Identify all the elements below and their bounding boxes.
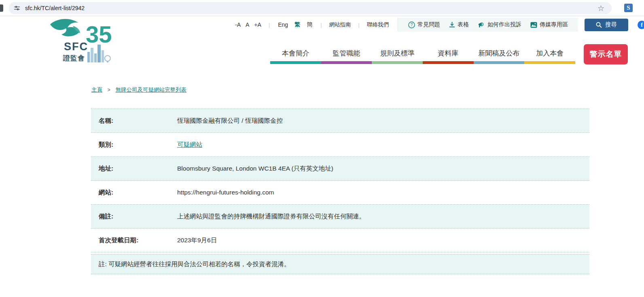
table-row-website: 網站: https://hengrui-futures-holding.com: [91, 181, 589, 205]
logo-35th-anniversary: 35: [86, 23, 112, 46]
nav-about-sfc[interactable]: 本會簡介: [270, 45, 321, 61]
row-label: 名稱:: [91, 117, 177, 125]
contact-us-link[interactable]: 聯絡我們: [367, 21, 389, 28]
table-row-remarks: 備註: 上述網站與證監會的持牌機構財通國際證券有限公司沒有任何關連。: [91, 205, 589, 229]
row-label: 首次登載日期:: [91, 236, 177, 245]
url-bar[interactable]: sfc.hk/TC/alert-list/2942 ☆: [9, 2, 612, 14]
alert-list-button[interactable]: 警示名單: [584, 44, 628, 64]
sfc-logo[interactable]: SFC 證監會 35: [45, 17, 114, 62]
alert-detail-table: 名稱: 恆瑞國際金融有限公司 / 恆瑞國際金控 類別: 可疑網站 地址: Blo…: [91, 109, 589, 274]
divider: |: [358, 22, 360, 28]
divider: |: [320, 22, 322, 28]
row-label: 網站:: [91, 188, 177, 197]
row-value: https://hengrui-futures-holding.com: [177, 189, 274, 196]
table-row-category: 類別: 可疑網站: [91, 133, 589, 157]
lang-english[interactable]: Eng: [278, 21, 288, 28]
nav-color-bar: [270, 61, 575, 64]
complaints-link[interactable]: 如何作出投訴: [478, 21, 521, 28]
font-larger-button[interactable]: +A: [254, 21, 261, 28]
search-icon: [596, 22, 602, 28]
note-row: 註: 可疑網站經營者往往採用與合法公司相若的名稱，令投資者混淆。: [91, 254, 589, 274]
logo-skyline-icon: [87, 45, 112, 62]
media-corner-link[interactable]: 傳媒專用區: [530, 21, 568, 28]
main-navigation: 本會簡介 監管職能 規則及標準 資料庫 新聞稿及公布 加入本會: [270, 45, 575, 61]
logo-sfc-text: SFC: [64, 41, 88, 53]
logo-chinese-text: 證監會: [63, 53, 85, 63]
row-label: 備註:: [91, 212, 177, 221]
breadcrumb-separator: >: [108, 87, 110, 93]
breadcrumb-alert-list-link[interactable]: 無牌公司及可疑網站完整列表: [116, 87, 187, 93]
forms-link[interactable]: 表格: [449, 21, 469, 28]
breadcrumb: 主頁 > 無牌公司及可疑網站完整列表: [91, 86, 186, 94]
browser-extension-icon[interactable]: S: [624, 4, 633, 12]
table-row-first-posted-date: 首次登載日期: 2023年9月6日: [91, 229, 589, 252]
font-normal-button[interactable]: A: [246, 21, 249, 28]
download-icon: [449, 21, 455, 28]
browser-chrome: sfc.hk/TC/alert-list/2942 ☆ S: [0, 0, 644, 16]
note-text: 註: 可疑網站經營者往往採用與合法公司相若的名稱，令投資者混淆。: [91, 260, 290, 269]
row-label: 類別:: [91, 141, 177, 149]
url-text: sfc.hk/TC/alert-list/2942: [25, 5, 85, 11]
clipped-toolbar-icon: [0, 4, 3, 12]
row-value: 2023年9月6日: [177, 236, 217, 245]
sfc-eagle-icon: [49, 18, 86, 43]
row-value: Bloomsbury Square, London WC1B 4EA (只有英文…: [177, 165, 333, 173]
utility-bar: -A A +A | Eng 繁 簡 | 網站指南 | 聯絡我們 ? 常見問題 表…: [233, 19, 644, 31]
site-settings-icon[interactable]: [14, 5, 20, 11]
breadcrumb-home-link[interactable]: 主頁: [91, 87, 102, 93]
question-circle-icon: ?: [408, 21, 415, 28]
nav-join-sfc[interactable]: 加入本會: [524, 45, 575, 61]
table-row-name: 名稱: 恆瑞國際金融有限公司 / 恆瑞國際金控: [91, 109, 589, 133]
social-links: f in: [635, 21, 644, 29]
row-value: 恆瑞國際金融有限公司 / 恆瑞國際金控: [177, 117, 283, 125]
bookmark-star-icon[interactable]: ☆: [597, 4, 604, 13]
lang-simplified-chinese[interactable]: 簡: [307, 21, 312, 28]
nav-regulatory-functions[interactable]: 監管職能: [321, 45, 372, 61]
font-smaller-button[interactable]: -A: [235, 21, 241, 28]
row-value: 上述網站與證監會的持牌機構財通國際證券有限公司沒有任何關連。: [177, 212, 365, 221]
divider: |: [269, 22, 270, 28]
megaphone-icon: [478, 21, 485, 28]
media-image-icon: [530, 22, 537, 28]
svg-text:?: ?: [411, 23, 413, 27]
category-suspicious-website-link[interactable]: 可疑網站: [177, 141, 202, 148]
site-guide-link[interactable]: 網站指南: [329, 21, 351, 28]
quick-links-strip: ? 常見問題 表格 如何作出投訴 傳媒專用區: [398, 18, 578, 32]
nav-rules-standards[interactable]: 規則及標準: [372, 45, 423, 61]
lang-traditional-chinese[interactable]: 繁: [294, 21, 300, 28]
table-row-address: 地址: Bloomsbury Square, London WC1B 4EA (…: [91, 157, 589, 181]
faq-link[interactable]: ? 常見問題: [408, 21, 440, 28]
nav-resources[interactable]: 資料庫: [423, 45, 474, 61]
search-button[interactable]: 搜尋: [585, 19, 628, 31]
nav-news-announcements[interactable]: 新聞稿及公布: [474, 45, 525, 61]
row-label: 地址:: [91, 165, 177, 173]
facebook-icon[interactable]: f: [638, 21, 644, 29]
